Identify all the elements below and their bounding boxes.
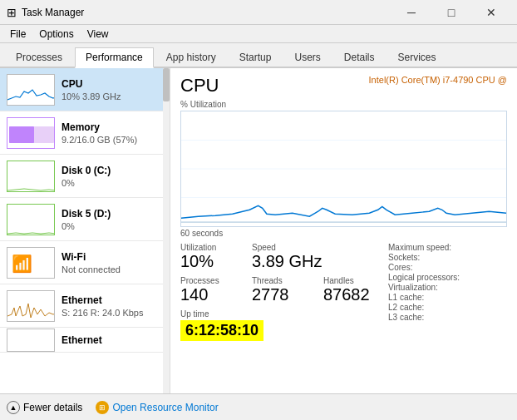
app-title: Task Manager bbox=[22, 7, 84, 18]
tab-processes[interactable]: Processes bbox=[5, 47, 73, 67]
l2-cache-label: L2 cache: bbox=[388, 303, 424, 312]
fewer-details-label: Fewer details bbox=[23, 402, 82, 413]
cpu-model: Intel(R) Core(TM) i7-4790 CPU @ bbox=[369, 75, 507, 85]
menu-view[interactable]: View bbox=[81, 27, 116, 42]
app-icon: ⊞ bbox=[7, 6, 17, 19]
svg-rect-9 bbox=[7, 329, 55, 352]
tab-startup[interactable]: Startup bbox=[229, 47, 283, 67]
open-resource-monitor-button[interactable]: ⊞ Open Resource Monitor bbox=[96, 401, 218, 414]
svg-rect-3 bbox=[9, 126, 34, 143]
menu-bar: File Options View bbox=[0, 25, 517, 43]
sidebar-wifi-value: Not connected bbox=[62, 264, 163, 274]
svg-rect-5 bbox=[7, 205, 55, 235]
close-button[interactable]: ✕ bbox=[472, 0, 510, 25]
l1-cache-label: L1 cache: bbox=[388, 293, 424, 302]
threads-value: 2778 bbox=[252, 285, 310, 304]
cpu-detail-panel: CPU Intel(R) Core(TM) i7-4790 CPU @ % Ut… bbox=[170, 68, 517, 393]
sidebar-memory-value: 9.2/16.0 GB (57%) bbox=[62, 135, 163, 145]
uptime-label: Up time bbox=[180, 309, 382, 319]
sidebar-item-disk5[interactable]: Disk 5 (D:) 0% bbox=[0, 198, 170, 241]
sidebar-scrollbar-track[interactable] bbox=[163, 68, 170, 393]
sidebar-memory-name: Memory bbox=[62, 121, 163, 133]
sockets-label: Sockets: bbox=[388, 253, 420, 262]
ethernet2-mini-chart bbox=[7, 329, 55, 352]
bottom-bar: ▲ Fewer details ⊞ Open Resource Monitor bbox=[0, 393, 517, 420]
menu-options[interactable]: Options bbox=[32, 27, 80, 42]
chevron-up-icon: ▲ bbox=[7, 401, 20, 414]
processes-label: Processes bbox=[180, 276, 239, 285]
tab-users[interactable]: Users bbox=[283, 47, 331, 67]
threads-label: Threads bbox=[252, 276, 310, 285]
l3-cache-label: L3 cache: bbox=[388, 313, 424, 322]
cpu-utilization-chart bbox=[180, 111, 507, 227]
sidebar-scrollbar-thumb[interactable] bbox=[163, 68, 170, 101]
fewer-details-button[interactable]: ▲ Fewer details bbox=[7, 401, 82, 414]
speed-value: 3.89 GHz bbox=[252, 252, 322, 271]
wifi-mini-chart: 📶 bbox=[7, 247, 55, 279]
sidebar-wifi-name: Wi-Fi bbox=[62, 251, 163, 263]
sidebar-disk5-name: Disk 5 (D:) bbox=[62, 208, 163, 220]
virtualization-label: Virtualization: bbox=[388, 283, 438, 292]
tab-services[interactable]: Services bbox=[387, 47, 447, 67]
chart-label: % Utilization bbox=[180, 100, 507, 109]
cpu-panel-title: CPU bbox=[180, 75, 219, 96]
processes-value: 140 bbox=[180, 285, 239, 304]
tab-bar: Processes Performance App history Startu… bbox=[0, 43, 517, 68]
main-content: CPU 10% 3.89 GHz Memory 9.2/16.0 GB (57%… bbox=[0, 68, 517, 393]
maximize-button[interactable]: □ bbox=[432, 0, 470, 25]
tab-details[interactable]: Details bbox=[333, 47, 386, 67]
tab-performance[interactable]: Performance bbox=[75, 47, 154, 68]
sidebar-cpu-name: CPU bbox=[62, 78, 163, 90]
utilization-value: 10% bbox=[180, 252, 239, 271]
sidebar-ethernet2-name: Ethernet bbox=[62, 334, 163, 346]
svg-text:📶: 📶 bbox=[12, 254, 32, 274]
resource-monitor-icon: ⊞ bbox=[96, 401, 109, 414]
cpu-right-info: Maximum speed: 3.60 GHz Sockets: 1 Cores… bbox=[388, 243, 517, 341]
speed-label: Speed bbox=[252, 243, 322, 252]
sidebar-item-ethernet[interactable]: Ethernet S: 216 R: 24.0 Kbps bbox=[0, 284, 170, 328]
sidebar-item-ethernet2[interactable]: Ethernet bbox=[0, 328, 170, 353]
sidebar-item-memory[interactable]: Memory 9.2/16.0 GB (57%) bbox=[0, 111, 170, 155]
tab-app-history[interactable]: App history bbox=[155, 47, 227, 67]
logical-proc-label: Logical processors: bbox=[388, 273, 460, 282]
sidebar-disk0-value: 0% bbox=[62, 178, 163, 188]
sidebar: CPU 10% 3.89 GHz Memory 9.2/16.0 GB (57%… bbox=[0, 68, 170, 393]
uptime-value: 6:12:58:10 bbox=[180, 320, 263, 341]
menu-file[interactable]: File bbox=[3, 27, 32, 42]
cpu-mini-chart bbox=[7, 74, 55, 106]
cores-label: Cores: bbox=[388, 263, 412, 272]
handles-label: Handles bbox=[323, 276, 382, 285]
sidebar-ethernet-name: Ethernet bbox=[62, 294, 163, 306]
max-speed-label: Maximum speed: bbox=[388, 243, 451, 252]
svg-rect-4 bbox=[7, 161, 55, 192]
utilization-label: Utilization bbox=[180, 243, 239, 252]
sidebar-disk5-value: 0% bbox=[62, 221, 163, 231]
sidebar-item-disk0[interactable]: Disk 0 (C:) 0% bbox=[0, 155, 170, 198]
sidebar-cpu-value: 10% 3.89 GHz bbox=[62, 91, 163, 101]
sidebar-item-cpu[interactable]: CPU 10% 3.89 GHz bbox=[0, 68, 170, 111]
sidebar-item-wifi[interactable]: 📶 Wi-Fi Not connected bbox=[0, 241, 170, 284]
chart-time-label: 60 seconds bbox=[180, 229, 507, 238]
disk0-mini-chart bbox=[7, 161, 55, 192]
minimize-button[interactable]: ─ bbox=[392, 0, 431, 25]
open-resource-label: Open Resource Monitor bbox=[112, 402, 218, 413]
disk5-mini-chart bbox=[7, 204, 55, 235]
handles-value: 87682 bbox=[323, 285, 382, 304]
ethernet-mini-chart bbox=[7, 290, 55, 322]
title-bar: ⊞ Task Manager ─ □ ✕ bbox=[0, 0, 517, 25]
sidebar-disk0-name: Disk 0 (C:) bbox=[62, 165, 163, 176]
sidebar-ethernet-value: S: 216 R: 24.0 Kbps bbox=[62, 308, 163, 318]
memory-mini-chart bbox=[7, 117, 55, 149]
